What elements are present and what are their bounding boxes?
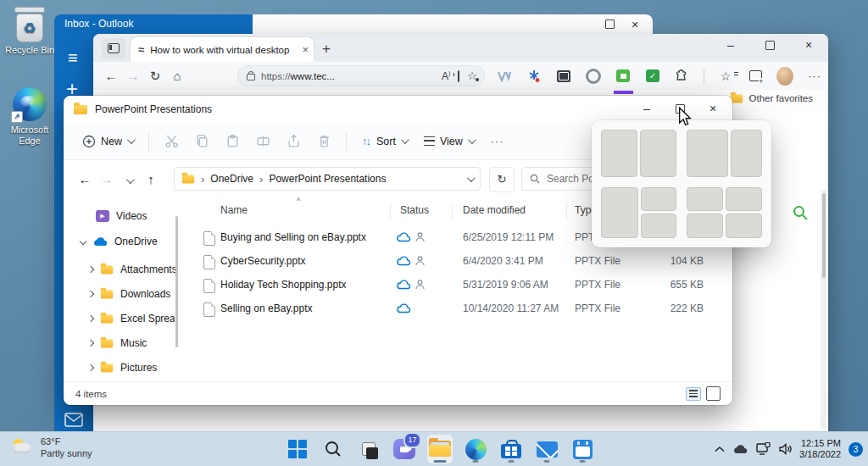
- outlook-mail-nav-icon[interactable]: [64, 413, 83, 427]
- extension-checkmark-icon[interactable]: ✓: [644, 68, 661, 85]
- tray-show-hidden-icons-chevron[interactable]: [715, 446, 725, 452]
- page-scrollbar[interactable]: [821, 190, 826, 429]
- snap-layout-option-two-equal[interactable]: [601, 130, 676, 177]
- snap-layout-option-left-plus-stack[interactable]: [601, 187, 676, 239]
- extension-v-icon[interactable]: [496, 68, 513, 85]
- notification-count-badge[interactable]: 3: [849, 442, 863, 457]
- tab-actions-menu-button[interactable]: [102, 38, 125, 58]
- table-row[interactable]: Holiday Tech Shopping.pptx 5/31/2019 9:0…: [182, 274, 726, 297]
- browser-refresh-button[interactable]: ↻: [144, 69, 166, 84]
- chevron-expanded-icon[interactable]: [80, 238, 86, 245]
- sidebar-item-onedrive[interactable]: OneDrive: [64, 230, 181, 252]
- taskbar-file-explorer-button[interactable]: [427, 435, 453, 463]
- cut-button[interactable]: [158, 130, 185, 153]
- breadcrumb[interactable]: › OneDrive › PowerPoint Presentations: [174, 167, 481, 191]
- scrollbar-thumb[interactable]: [822, 193, 826, 278]
- taskbar-edge-button[interactable]: [463, 435, 488, 463]
- tray-onedrive-icon[interactable]: [732, 444, 748, 454]
- nav-up-button[interactable]: ↑: [140, 172, 162, 186]
- favorites-bar-icon[interactable]: ☆: [717, 68, 734, 85]
- extension-news-icon[interactable]: [555, 68, 572, 85]
- sidebar-item-attachments[interactable]: Attachments: [64, 259, 181, 280]
- nav-forward-button[interactable]: →: [96, 172, 118, 186]
- rename-button[interactable]: [249, 130, 276, 153]
- start-button[interactable]: [285, 435, 310, 463]
- other-favorites-button[interactable]: Other favorites: [730, 93, 813, 103]
- view-button[interactable]: View: [417, 129, 481, 154]
- taskbar-mail-button[interactable]: [534, 435, 559, 463]
- immersive-reader-icon[interactable]: [458, 71, 459, 81]
- hamburger-menu-icon[interactable]: ≡: [68, 48, 78, 68]
- address-bar[interactable]: https://www.tec... A) ☆: [237, 65, 485, 86]
- chevron-collapsed-icon[interactable]: [87, 340, 94, 347]
- chevron-collapsed-icon[interactable]: [87, 291, 94, 297]
- details-view-toggle[interactable]: [686, 387, 701, 401]
- taskbar-search-button[interactable]: [320, 435, 346, 463]
- desktop-icon-recycle-bin[interactable]: ♻ Recycle Bin: [0, 7, 59, 55]
- weather-widget[interactable]: 63°F Partly sunny: [12, 435, 92, 459]
- nav-back-button[interactable]: ←: [74, 172, 96, 186]
- chevron-collapsed-icon[interactable]: [87, 315, 94, 322]
- paste-button[interactable]: [219, 130, 246, 153]
- new-tab-button[interactable]: +: [322, 41, 331, 58]
- extensions-menu-icon[interactable]: [674, 68, 691, 85]
- sidebar-item-pictures[interactable]: Pictures: [64, 358, 181, 378]
- copy-button[interactable]: [188, 130, 215, 153]
- address-dropdown-chevron[interactable]: [467, 174, 476, 182]
- sidebar-scrollbar[interactable]: [175, 216, 178, 347]
- edge-maximize-button[interactable]: [757, 36, 782, 54]
- tray-network-icon[interactable]: [755, 442, 771, 456]
- explorer-minimize-button[interactable]: –: [634, 99, 659, 118]
- browser-forward-button[interactable]: →: [122, 69, 144, 83]
- tab-close-icon[interactable]: ×: [302, 43, 309, 56]
- table-row[interactable]: Selling on eBay.pptx 10/14/2020 11:27 AM…: [182, 297, 726, 321]
- add-favorite-icon[interactable]: ☆: [467, 69, 477, 82]
- outlook-close-button[interactable]: ×: [622, 15, 648, 34]
- extension-office-icon[interactable]: [585, 68, 602, 85]
- nav-history-chevron[interactable]: [118, 172, 140, 186]
- large-icons-view-toggle[interactable]: [706, 386, 721, 401]
- explorer-refresh-button[interactable]: ↻: [489, 167, 515, 192]
- new-button[interactable]: New: [75, 129, 140, 154]
- column-header-name[interactable]: Name: [220, 204, 248, 223]
- tray-clock[interactable]: 12:15 PM 3/18/2022: [799, 438, 841, 460]
- sidebar-item-excel-spreadsheets[interactable]: Excel Spreadsheets: [64, 308, 181, 329]
- explorer-titlebar[interactable]: PowerPoint Presentations: [64, 96, 732, 123]
- sidebar-item-downloads[interactable]: Downloads: [64, 284, 181, 304]
- extension-roboform-icon[interactable]: [615, 68, 632, 85]
- task-view-button[interactable]: [356, 435, 381, 463]
- page-search-icon[interactable]: [792, 204, 809, 221]
- edge-close-button[interactable]: ×: [796, 36, 821, 54]
- extension-tools-icon[interactable]: [526, 68, 542, 85]
- snap-layout-option-quad[interactable]: [687, 187, 762, 239]
- edge-settings-menu-icon[interactable]: ···: [806, 68, 823, 85]
- chevron-collapsed-icon[interactable]: [87, 266, 94, 273]
- outlook-maximize-button[interactable]: [597, 15, 622, 34]
- snap-layout-option-wide-left[interactable]: [687, 130, 762, 177]
- desktop-icon-microsoft-edge[interactable]: ↗ Microsoft Edge: [0, 87, 59, 147]
- sidebar-item-videos[interactable]: ▶ Videos: [64, 205, 181, 227]
- browser-home-button[interactable]: ⌂: [166, 69, 188, 83]
- read-aloud-icon[interactable]: A): [442, 70, 450, 82]
- sort-button[interactable]: ↑↓ Sort: [355, 129, 414, 154]
- tray-volume-icon[interactable]: [778, 443, 792, 455]
- sidebar-item-music[interactable]: Music: [64, 333, 181, 353]
- share-button[interactable]: [280, 130, 307, 153]
- profile-avatar[interactable]: [776, 68, 793, 85]
- breadcrumb-item-current[interactable]: PowerPoint Presentations: [269, 173, 386, 185]
- taskbar-calendar-button[interactable]: [570, 435, 595, 463]
- browser-back-button[interactable]: ←: [100, 69, 122, 83]
- delete-button[interactable]: [310, 130, 337, 153]
- tab-virtual-desktops[interactable]: ≈ How to work with virtual desktop ×: [131, 37, 314, 62]
- breadcrumb-item-onedrive[interactable]: OneDrive: [210, 173, 253, 185]
- table-row[interactable]: CyberSecurity.pptx 6/4/2020 3:41 PM PPTX…: [182, 250, 726, 274]
- see-more-button[interactable]: ···: [484, 129, 511, 154]
- explorer-close-button[interactable]: ×: [700, 99, 726, 118]
- edge-minimize-button[interactable]: –: [718, 36, 743, 54]
- chevron-collapsed-icon[interactable]: [87, 364, 94, 371]
- column-header-status[interactable]: Status: [400, 204, 429, 223]
- column-header-date-modified[interactable]: Date modified: [463, 204, 526, 223]
- chat-button[interactable]: 17: [392, 435, 417, 463]
- collections-icon[interactable]: [747, 68, 764, 85]
- taskbar-store-button[interactable]: [498, 435, 524, 463]
